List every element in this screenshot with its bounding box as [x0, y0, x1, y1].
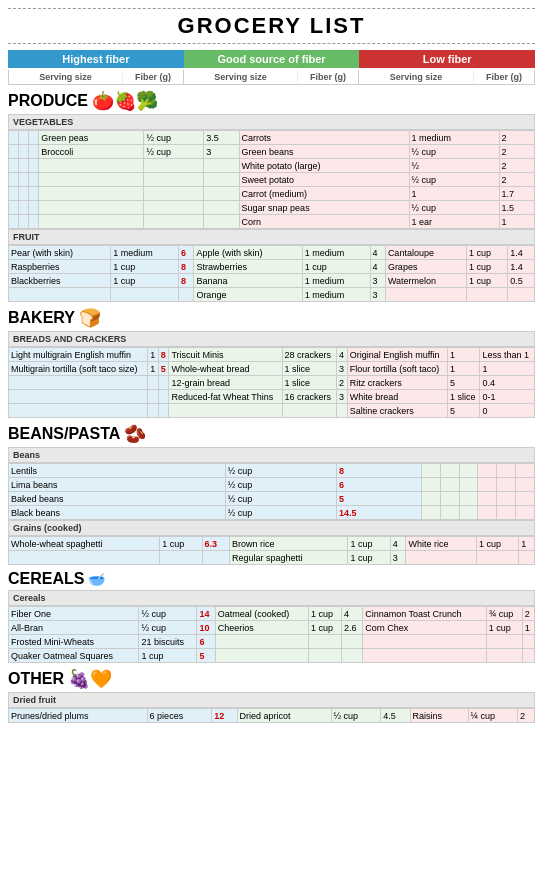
table-row: Blackberries1 cup8 Banana1 medium3 Water… [9, 274, 535, 288]
table-row: Broccoli½ cup3 Green beans½ cup2 [9, 145, 535, 159]
table-row: Raspberries1 cup8 Strawberries1 cup4 Gra… [9, 260, 535, 274]
table-row: Regular spaghetti1 cup3 [9, 551, 535, 565]
cereals-section: CEREALS 🥣 Cereals Fiber One½ cup14 Oatme… [8, 570, 535, 663]
bakery-icon: 🍞 [79, 307, 101, 329]
table-row: All-Bran½ cup10 Cheerios1 cup2.6 Corn Ch… [9, 621, 535, 635]
table-row: Light multigrain English muffin18 Triscu… [9, 348, 535, 362]
table-row: Corn1 ear1 [9, 215, 535, 229]
table-row: Pear (with skin)1 medium6 Apple (with sk… [9, 246, 535, 260]
table-row: Lentils½ cup8 [9, 464, 535, 478]
other-icon: 🍇🧡 [68, 668, 112, 690]
table-row: Whole-wheat spaghetti1 cup6.3 Brown rice… [9, 537, 535, 551]
beans-icon: 🫘 [124, 423, 146, 445]
breads-subsection-title: BREADS AND CRACKERS [8, 331, 535, 347]
other-title: OTHER 🍇🧡 [8, 668, 535, 690]
fruit-table: Pear (with skin)1 medium6 Apple (with sk… [8, 245, 535, 302]
beans-title: BEANS/PASTA 🫘 [8, 423, 535, 445]
bakery-section: BAKERY 🍞 BREADS AND CRACKERS Light multi… [8, 307, 535, 418]
produce-icon: 🍅🍓🥦 [92, 90, 158, 112]
beans-pasta-section: BEANS/PASTA 🫘 Beans Lentils½ cup8 Lima b… [8, 423, 535, 565]
beans-table: Lentils½ cup8 Lima beans½ cup6 Baked bea… [8, 463, 535, 520]
high-fiber-subheader: Fiber (g) [123, 70, 183, 84]
table-row: 12-grain bread1 slice2 Ritz crackers50.4 [9, 376, 535, 390]
vegetables-table: Green peas½ cup3.5 Carrots1 medium2 Broc… [8, 130, 535, 229]
page-title: GROCERY LIST [178, 13, 366, 39]
table-row: Reduced-fat Wheat Thins16 crackers3 Whit… [9, 390, 535, 404]
cereals-icon: 🥣 [88, 571, 105, 587]
bakery-title: BAKERY 🍞 [8, 307, 535, 329]
fruit-subsection-title: FRUIT [8, 229, 535, 245]
cereals-table: Fiber One½ cup14 Oatmeal (cooked)1 cup4 … [8, 606, 535, 663]
produce-title: PRODUCE 🍅🍓🥦 [8, 90, 535, 112]
vegetables-subsection-title: VEGETABLES [8, 114, 535, 130]
table-row: Quaker Oatmeal Squares1 cup5 [9, 649, 535, 663]
title-container: GROCERY LIST [8, 8, 535, 44]
dried-fruit-table: Prunes/dried plums6 pieces12 Dried apric… [8, 708, 535, 723]
table-row: Multigrain tortilla (soft taco size)15 W… [9, 362, 535, 376]
grains-table: Whole-wheat spaghetti1 cup6.3 Brown rice… [8, 536, 535, 565]
table-row: Lima beans½ cup6 [9, 478, 535, 492]
table-row: White potato (large)½2 [9, 159, 535, 173]
table-row: Green peas½ cup3.5 Carrots1 medium2 [9, 131, 535, 145]
high-serving-subheader: Serving size [9, 70, 123, 84]
legend-header: Highest fiber Good source of fiber Low f… [8, 50, 535, 68]
cereals-title: CEREALS 🥣 [8, 570, 535, 588]
low-fiber-subheader: Fiber (g) [474, 70, 534, 84]
table-row: Fiber One½ cup14 Oatmeal (cooked)1 cup4 … [9, 607, 535, 621]
table-row: Black beans½ cup14.5 [9, 506, 535, 520]
dried-fruit-subsection-title: Dried fruit [8, 692, 535, 708]
table-row: Sweet potato½ cup2 [9, 173, 535, 187]
produce-section: PRODUCE 🍅🍓🥦 VEGETABLES Green peas½ cup3.… [8, 90, 535, 302]
good-fiber-subheader: Fiber (g) [298, 70, 358, 84]
grains-subsection-title: Grains (cooked) [8, 520, 535, 536]
breads-table: Light multigrain English muffin18 Triscu… [8, 347, 535, 418]
table-row: Orange1 medium3 [9, 288, 535, 302]
highest-fiber-header: Highest fiber [8, 50, 184, 68]
subheader-row: Serving size Fiber (g) Serving size Fibe… [8, 70, 535, 85]
good-serving-subheader: Serving size [184, 70, 298, 84]
table-row: Prunes/dried plums6 pieces12 Dried apric… [9, 709, 535, 723]
other-section: OTHER 🍇🧡 Dried fruit Prunes/dried plums6… [8, 668, 535, 723]
cereals-subsection-title: Cereals [8, 590, 535, 606]
table-row: Baked beans½ cup5 [9, 492, 535, 506]
low-serving-subheader: Serving size [359, 70, 474, 84]
table-row: Frosted Mini-Wheats21 biscuits6 [9, 635, 535, 649]
low-fiber-header: Low fiber [359, 50, 535, 68]
table-row: Saltine crackers50 [9, 404, 535, 418]
good-fiber-header: Good source of fiber [184, 50, 360, 68]
beans-subsection-title: Beans [8, 447, 535, 463]
table-row: Sugar snap peas½ cup1.5 [9, 201, 535, 215]
table-row: Carrot (medium)11.7 [9, 187, 535, 201]
